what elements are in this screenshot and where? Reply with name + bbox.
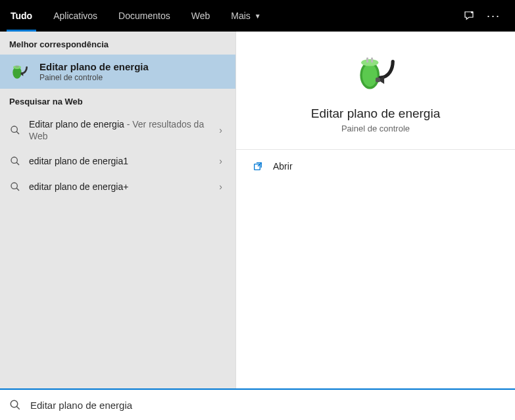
svg-point-13 bbox=[361, 59, 378, 66]
best-match-text: Editar plano de energia Painel de contro… bbox=[39, 61, 149, 82]
chevron-right-icon[interactable]: › bbox=[215, 156, 226, 166]
feedback-icon[interactable] bbox=[463, 10, 475, 22]
top-right-controls: ··· bbox=[463, 0, 510, 32]
svg-rect-14 bbox=[366, 57, 368, 62]
search-icon bbox=[9, 181, 21, 193]
section-best-match-header: Melhor correspondência bbox=[0, 32, 235, 55]
search-icon bbox=[9, 124, 21, 136]
tab-all[interactable]: Tudo bbox=[0, 0, 43, 32]
web-result-text: Editar plano de energia - Ver resultados… bbox=[29, 118, 207, 142]
tab-apps[interactable]: Aplicativos bbox=[43, 0, 108, 32]
web-result-item[interactable]: editar plano de energia+› bbox=[0, 174, 235, 199]
action-open-label: Abrir bbox=[273, 161, 293, 172]
more-options-icon[interactable]: ··· bbox=[487, 9, 501, 23]
web-results-list: Editar plano de energia - Ver resultados… bbox=[0, 112, 235, 199]
svg-point-2 bbox=[13, 66, 21, 69]
search-icon bbox=[9, 399, 21, 411]
svg-line-19 bbox=[16, 406, 20, 409]
chevron-down-icon: ▼ bbox=[255, 12, 261, 20]
chevron-right-icon[interactable]: › bbox=[215, 125, 226, 135]
power-plan-icon-large bbox=[353, 50, 399, 96]
action-open[interactable]: Abrir bbox=[236, 150, 515, 183]
svg-line-6 bbox=[16, 131, 19, 134]
web-result-item[interactable]: editar plano de energia1› bbox=[0, 149, 235, 174]
tab-label: Tudo bbox=[11, 11, 32, 21]
tab-label: Aplicativos bbox=[53, 11, 97, 21]
web-result-suffix: - Ver resultados da Web bbox=[29, 119, 204, 141]
tab-label: Web bbox=[191, 11, 210, 21]
web-result-text: editar plano de energia+ bbox=[29, 181, 207, 193]
svg-point-0 bbox=[471, 11, 473, 13]
tabs: Tudo Aplicativos Documentos Web Mais ▼ bbox=[0, 0, 272, 32]
preview-panel: Editar plano de energia Painel de contro… bbox=[236, 32, 515, 388]
search-input[interactable] bbox=[30, 400, 506, 411]
svg-point-12 bbox=[362, 64, 378, 87]
web-result-text: editar plano de energia1 bbox=[29, 155, 207, 167]
preview-header: Editar plano de energia Painel de contro… bbox=[236, 32, 515, 150]
tab-label: Documentos bbox=[118, 11, 170, 21]
svg-rect-16 bbox=[376, 78, 380, 82]
open-icon bbox=[252, 160, 264, 172]
preview-title: Editar plano de energia bbox=[311, 106, 440, 121]
web-result-item[interactable]: Editar plano de energia - Ver resultados… bbox=[0, 112, 235, 149]
best-match-subtitle: Painel de controle bbox=[39, 73, 149, 82]
best-match-title: Editar plano de energia bbox=[39, 61, 149, 72]
tab-label: Mais bbox=[231, 11, 251, 21]
svg-point-18 bbox=[11, 400, 18, 408]
search-bar bbox=[0, 388, 515, 420]
svg-line-8 bbox=[16, 162, 19, 165]
svg-point-9 bbox=[11, 183, 17, 189]
results-panel: Melhor correspondência Editar plano de e… bbox=[0, 32, 236, 388]
main-content: Melhor correspondência Editar plano de e… bbox=[0, 32, 515, 388]
search-icon bbox=[9, 155, 21, 167]
tab-documents[interactable]: Documentos bbox=[108, 0, 181, 32]
power-plan-icon bbox=[9, 61, 30, 82]
section-web-header: Pesquisar na Web bbox=[0, 89, 235, 112]
svg-rect-15 bbox=[371, 57, 373, 62]
svg-rect-4 bbox=[18, 66, 18, 68]
svg-point-5 bbox=[11, 126, 17, 132]
preview-subtitle: Painel de controle bbox=[341, 124, 410, 133]
best-match-result[interactable]: Editar plano de energia Painel de contro… bbox=[0, 55, 235, 89]
top-bar: Tudo Aplicativos Documentos Web Mais ▼ ·… bbox=[0, 0, 515, 32]
svg-rect-3 bbox=[16, 66, 16, 68]
chevron-right-icon[interactable]: › bbox=[215, 181, 226, 192]
svg-point-7 bbox=[11, 157, 17, 163]
svg-line-10 bbox=[16, 188, 19, 191]
tab-web[interactable]: Web bbox=[181, 0, 221, 32]
tab-more[interactable]: Mais ▼ bbox=[220, 0, 271, 32]
